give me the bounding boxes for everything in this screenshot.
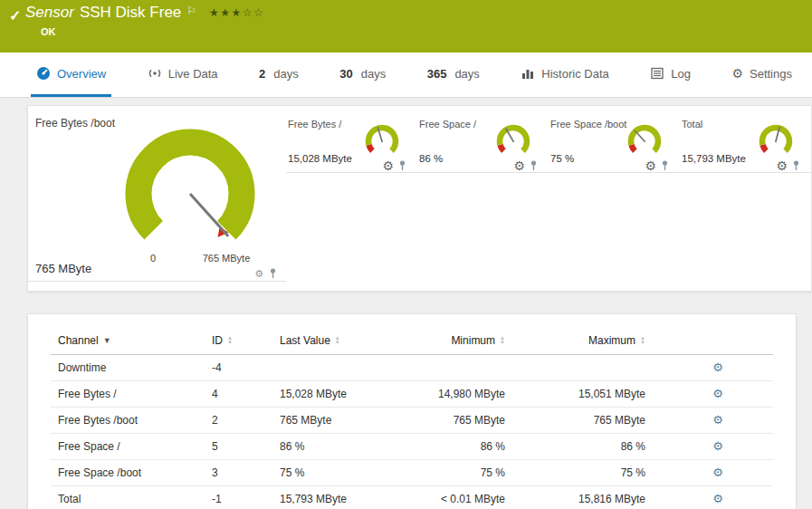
gauge-settings-gear-icon[interactable]: ⚙: [645, 159, 656, 172]
table-row: Downtime -4 ⚙: [51, 355, 773, 381]
primary-gauge-value: 765 MByte: [35, 262, 91, 275]
column-label: ID: [212, 334, 223, 347]
mini-gauge: [622, 120, 667, 162]
table-row: Free Bytes /boot 2 765 MByte 765 MByte 7…: [51, 408, 773, 434]
mini-gauge-cell: Total 15,793 MByte ⚙: [680, 106, 811, 173]
tab-number: 30: [339, 67, 352, 81]
gauge-settings-gear-icon[interactable]: ⚙: [513, 159, 525, 172]
tab-30-days[interactable]: 30 days: [334, 53, 391, 97]
channel-minimum: 75 %: [408, 460, 512, 486]
pin-icon[interactable]: [792, 160, 800, 171]
tab-bar: Overview Live Data 2 days 30 days 365 da…: [0, 53, 812, 98]
column-header-last-value[interactable]: Last Value ▲▼: [272, 327, 408, 355]
tab-365-days[interactable]: 365 days: [422, 53, 485, 97]
tab-label: Overview: [57, 67, 106, 81]
mini-gauge: [753, 120, 798, 162]
channel-name: Free Space /: [51, 434, 205, 460]
column-header-id[interactable]: ID ▲▼: [205, 327, 272, 355]
channel-id: -4: [205, 355, 272, 381]
primary-gauge: 0 765 MByte: [111, 117, 270, 275]
live-data-icon: [148, 66, 162, 81]
gauge-panel: Free Bytes /boot 0 765 MByte 765 MByte ⚙…: [27, 105, 812, 292]
channel-maximum: [512, 355, 653, 381]
tab-label: days: [361, 67, 386, 81]
channel-name: Free Bytes /: [51, 381, 205, 408]
table-row: Free Bytes / 4 15,028 MByte 14,980 MByte…: [51, 381, 773, 408]
gauge-needle: [635, 130, 645, 142]
pin-icon[interactable]: [530, 160, 538, 171]
priority-flag-icon[interactable]: ⚐: [186, 5, 196, 17]
historic-data-icon: [521, 66, 535, 81]
channel-minimum: < 0.01 MByte: [408, 486, 512, 509]
sort-desc-icon: ▼: [103, 337, 111, 345]
channel-last-value: 15,793 MByte: [272, 486, 408, 509]
column-label: Channel: [58, 334, 99, 347]
tab-log[interactable]: Log: [645, 53, 696, 97]
gauge-settings-gear-icon[interactable]: ⚙: [254, 269, 263, 279]
channel-settings-gear-icon[interactable]: ⚙: [712, 466, 723, 479]
channel-id: 3: [205, 460, 272, 486]
tab-label: Settings: [750, 67, 792, 81]
primary-gauge-label: Free Bytes /boot: [35, 117, 115, 130]
settings-icon: ⚙: [731, 67, 743, 80]
channel-settings-gear-icon[interactable]: ⚙: [712, 360, 723, 374]
tab-number: 2: [259, 67, 265, 81]
sensor-header: ✓ Sensor SSH Disk Free ⚐ ★★★☆☆ OK: [0, 0, 812, 53]
channel-settings-gear-icon[interactable]: ⚙: [712, 387, 723, 400]
gauge-settings-gear-icon[interactable]: ⚙: [776, 159, 788, 172]
channel-last-value: [272, 355, 408, 381]
sort-icon: ▲▼: [335, 336, 340, 345]
table-row: Total -1 15,793 MByte < 0.01 MByte 15,81…: [51, 486, 773, 509]
column-header-minimum[interactable]: Minimum ▲▼: [408, 327, 512, 355]
log-icon: [650, 66, 664, 81]
mini-gauge-label: Total: [682, 119, 702, 130]
mini-gauge-label: Free Space /: [419, 119, 476, 130]
channel-settings-gear-icon[interactable]: ⚙: [712, 439, 723, 453]
pin-icon[interactable]: [398, 160, 406, 171]
mini-gauge-value: 15,028 MByte: [288, 153, 352, 164]
channel-maximum: 86 %: [512, 434, 653, 460]
channel-id: 2: [205, 408, 272, 434]
scale-min-label: 0: [150, 253, 156, 264]
channel-last-value: 75 %: [272, 460, 408, 486]
sensor-type-label: Sensor: [25, 4, 74, 22]
channel-minimum: 86 %: [408, 434, 512, 460]
channel-last-value: 86 %: [272, 434, 408, 460]
channel-minimum: 14,980 MByte: [408, 381, 512, 408]
pin-icon[interactable]: [661, 160, 669, 171]
channel-settings-gear-icon[interactable]: ⚙: [712, 492, 723, 505]
channel-last-value: 15,028 MByte: [272, 381, 408, 408]
column-header-channel[interactable]: Channel ▼: [51, 327, 205, 355]
table-row: Free Space /boot 3 75 % 75 % 75 % ⚙: [51, 460, 773, 486]
status-check-icon: ✓: [9, 7, 21, 24]
mini-gauge-cell: Free Bytes / 15,028 MByte ⚙: [286, 106, 417, 173]
gauge-settings-gear-icon[interactable]: ⚙: [382, 159, 394, 172]
tab-settings[interactable]: ⚙ Settings: [726, 53, 798, 97]
column-header-maximum[interactable]: Maximum ▲▼: [512, 327, 653, 355]
sort-icon: ▲▼: [500, 336, 505, 345]
channel-settings-gear-icon[interactable]: ⚙: [712, 413, 723, 427]
tab-label: Live Data: [168, 67, 218, 81]
channel-name: Downtime: [51, 355, 205, 381]
overview-icon: [36, 66, 51, 81]
channel-name: Free Bytes /boot: [51, 408, 205, 434]
pin-icon[interactable]: [269, 268, 277, 279]
tab-live-data[interactable]: Live Data: [142, 53, 224, 97]
channel-table-card: Channel ▼ ID ▲▼ Last Value ▲▼: [27, 313, 797, 509]
column-label: Maximum: [588, 334, 635, 347]
column-label: Last Value: [280, 334, 330, 347]
channel-maximum: 765 MByte: [512, 408, 653, 434]
mini-gauge-value: 15,793 MByte: [682, 153, 746, 164]
primary-gauge-cell: Free Bytes /boot 0 765 MByte 765 MByte ⚙: [28, 106, 286, 282]
tab-2-days[interactable]: 2 days: [253, 53, 304, 97]
tab-overview[interactable]: Overview: [31, 53, 111, 97]
table-row: Free Space / 5 86 % 86 % 86 % ⚙: [51, 434, 773, 460]
tab-historic-data[interactable]: Historic Data: [515, 53, 614, 97]
sort-icon: ▲▼: [640, 336, 645, 345]
channel-name: Free Space /boot: [51, 460, 205, 486]
mini-gauge: [491, 120, 536, 162]
star-rating[interactable]: ★★★☆☆: [209, 6, 264, 19]
mini-gauge-label: Free Space /boot: [550, 119, 626, 130]
channel-maximum: 15,051 MByte: [512, 381, 653, 408]
channel-id: 5: [205, 434, 272, 460]
